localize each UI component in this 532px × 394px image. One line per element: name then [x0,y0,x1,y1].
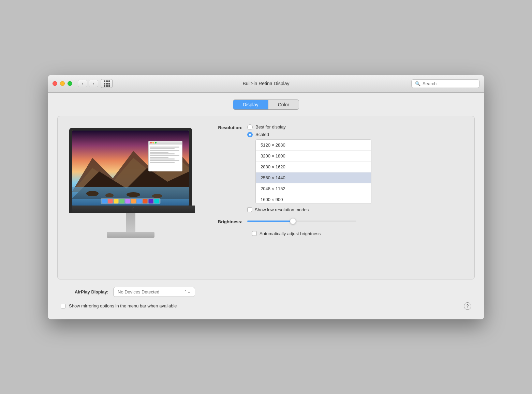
res-item-2560[interactable]: 2560 × 1440 [256,172,371,183]
low-res-row: Show low resolution modes [247,207,466,212]
finder-line [150,148,175,149]
window-title: Built-in Retina Display [243,81,290,86]
low-res-label: Show low resolution modes [255,207,309,212]
airplay-label: AirPlay Display: [61,289,108,294]
tab-color[interactable]: Color [268,100,299,109]
dock-icon [120,199,124,203]
brightness-slider[interactable] [247,221,356,222]
tabs-container: Display Color [57,100,475,110]
auto-brightness-checkbox[interactable] [252,231,257,236]
auto-brightness-checkbox-row: Automatically adjust brightness [252,231,321,236]
airplay-dropdown-text: No Devices Detected [118,289,159,294]
imac-display:  [66,124,195,238]
tab-display[interactable]: Display [233,100,268,109]
finder-titlebar [149,141,182,145]
auto-brightness-label: Automatically adjust brightness [260,231,321,236]
resolution-control: Best for display Scaled 5120 × 2880 3200… [247,124,466,212]
help-button[interactable]: ? [464,302,471,310]
dock-icon [131,199,136,203]
imac-chin:  [72,206,195,213]
resolution-label: Resolution: [206,124,247,130]
resolution-list: 5120 × 2880 3200 × 1800 2880 × 1620 2560… [255,139,371,204]
finder-close-dot [150,142,152,143]
low-res-checkbox[interactable] [247,207,252,212]
airplay-dropdown[interactable]: No Devices Detected ⌃⌄ [113,287,195,297]
svg-point-7 [127,192,140,197]
content-area: Display Color [48,93,484,319]
titlebar: ‹ › Built-in Retina Display 🔍 [48,75,484,93]
finder-line [150,162,175,163]
finder-line [150,155,179,156]
finder-content [149,145,182,165]
imac-base [107,232,154,238]
res-item-1600[interactable]: 1600 × 900 [256,194,371,203]
tab-group: Display Color [233,100,299,110]
imac-body:  [69,128,192,213]
scaled-row: Scaled [247,132,466,137]
imac-screen [72,131,189,206]
dock-icon [114,199,119,203]
dock-icon [125,199,130,203]
finder-line [150,147,179,148]
forward-button[interactable]: › [89,80,98,87]
mirroring-checkbox[interactable] [61,304,65,308]
airplay-row: AirPlay Display: No Devices Detected ⌃⌄ [61,287,471,297]
close-button[interactable] [53,81,57,86]
dock-icon [108,199,113,203]
res-item-2880[interactable]: 2880 × 1620 [256,162,371,172]
back-button[interactable]: ‹ [78,80,87,87]
dropdown-arrows-icon: ⌃⌄ [184,289,191,294]
bottom-section: AirPlay Display: No Devices Detected ⌃⌄ … [57,287,475,310]
scaled-label: Scaled [255,132,269,137]
screen-wallpaper [72,131,189,206]
best-for-display-label: Best for display [255,124,286,130]
search-icon: 🔍 [415,81,420,86]
apple-logo-icon:  [132,207,134,212]
res-item-3200[interactable]: 3200 × 1800 [256,151,371,162]
dock-icon [143,199,148,203]
finder-minimize-dot [152,142,154,143]
search-bar[interactable]: 🔍 [411,79,479,88]
finder-line [150,153,175,154]
brightness-row: Brightness: [206,218,466,224]
dock-icon [102,199,107,203]
minimize-button[interactable] [60,81,65,86]
res-item-2048[interactable]: 2048 × 1152 [256,183,371,194]
finder-overlay-window [148,141,182,171]
finder-line [150,157,168,158]
finder-line [150,158,175,160]
slider-fill [247,221,293,222]
dock-icon [149,199,153,203]
dock-icon [154,199,159,203]
mirroring-row: Show mirroring options in the menu bar w… [61,302,471,310]
settings-panel: Resolution: Best for display Scaled 5120… [206,124,466,236]
brightness-label: Brightness: [206,218,247,224]
finder-line [150,152,168,153]
imac-neck [126,213,135,232]
traffic-lights [53,81,72,86]
svg-point-6 [105,193,114,197]
auto-brightness-row: Automatically adjust brightness [252,228,466,236]
dock-bar [101,198,161,204]
slider-thumb[interactable] [290,218,296,224]
nav-buttons: ‹ › [78,80,98,87]
best-for-display-row: Best for display [247,124,466,130]
search-input[interactable] [423,81,476,86]
svg-point-8 [152,194,162,198]
res-item-5120[interactable]: 5120 × 2880 [256,140,371,151]
scaled-radio[interactable] [247,132,253,137]
grid-view-button[interactable] [101,79,113,88]
main-window: ‹ › Built-in Retina Display 🔍 Display Co… [48,75,484,319]
best-for-display-radio[interactable] [247,124,253,130]
grid-icon [104,80,110,87]
finder-line [150,160,179,161]
svg-point-5 [86,191,99,196]
main-panel:  Resolution: Best for display [57,116,475,279]
finder-line [150,150,179,151]
dock-icon [137,199,142,203]
mirroring-label: Show mirroring options in the menu bar w… [69,303,177,308]
finder-maximize-dot [155,142,157,143]
maximize-button[interactable] [68,81,72,86]
resolution-row: Resolution: Best for display Scaled 5120… [206,124,466,212]
